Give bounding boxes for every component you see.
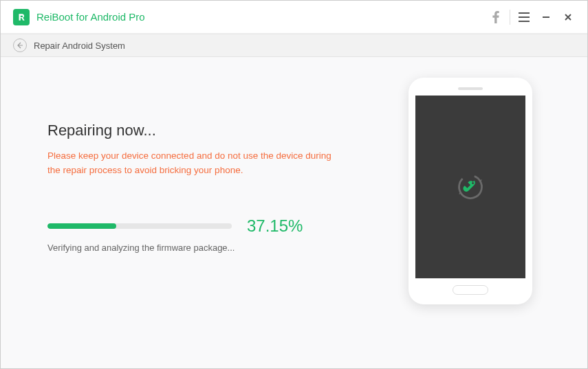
progress-row: 37.15%	[47, 216, 395, 236]
back-button[interactable]	[13, 38, 27, 52]
progress-bar	[47, 223, 232, 229]
right-column	[395, 78, 546, 349]
titlebar: ReiBoot for Android Pro	[1, 1, 587, 34]
subheader: Repair Android System	[1, 34, 587, 57]
titlebar-controls	[485, 6, 579, 28]
phone-screen	[415, 96, 525, 278]
left-column: Repairing now... Please keep your device…	[47, 78, 395, 349]
arrow-left-icon	[17, 42, 23, 49]
app-logo	[13, 9, 30, 25]
logo-r-icon	[17, 12, 26, 22]
app-title: ReiBoot for Android Pro	[36, 11, 485, 23]
phone-home-button	[453, 285, 488, 295]
phone-mockup	[409, 78, 532, 304]
titlebar-divider	[510, 10, 510, 25]
warning-text: Please keep your device connected and do…	[47, 149, 336, 178]
progress-percent: 37.15%	[247, 216, 303, 236]
wrench-refresh-icon	[455, 172, 486, 202]
close-button[interactable]	[557, 6, 579, 28]
status-text: Verifying and analyzing the firmware pac…	[47, 243, 395, 253]
content-area: Repairing now... Please keep your device…	[1, 57, 587, 369]
phone-speaker	[458, 87, 483, 90]
breadcrumb-title: Repair Android System	[34, 41, 125, 51]
progress-fill	[47, 223, 116, 229]
menu-icon[interactable]	[513, 6, 535, 28]
page-heading: Repairing now...	[47, 122, 395, 139]
facebook-icon[interactable]	[485, 6, 507, 28]
minimize-button[interactable]	[535, 6, 557, 28]
